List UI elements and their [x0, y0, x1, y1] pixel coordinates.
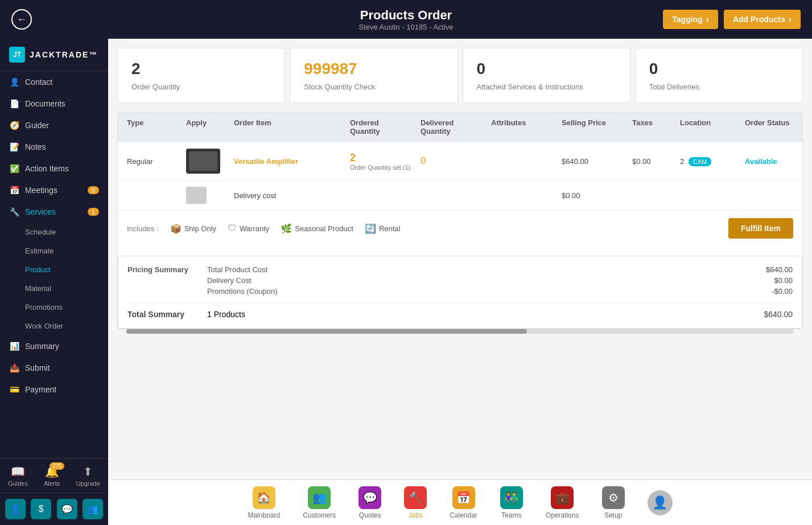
services-badge: 1: [88, 208, 99, 216]
setup-icon: ⚙: [602, 486, 625, 509]
col-attributes: Attributes: [491, 118, 559, 136]
top-header: ← Products Order Steve Austin - 10185 - …: [0, 0, 812, 39]
sidebar-bottom-icons: 👤 $ 💬 👥: [0, 493, 108, 525]
sidebar-item-payment[interactable]: 💳 Payment: [0, 379, 108, 400]
operations-icon: 💼: [551, 486, 574, 509]
sidebar-label-meetings: Meetings: [25, 186, 57, 195]
col-delivered-qty: DeliveredQuantity: [421, 118, 489, 136]
sidebar-label-contact: Contact: [25, 77, 52, 87]
upgrade-tool[interactable]: ⬆ Upgrade: [76, 465, 100, 487]
nav-mainboard[interactable]: 🏠 Mainboard: [248, 486, 280, 519]
chat-icon[interactable]: 💬: [57, 499, 77, 519]
location-qty: 2: [680, 157, 684, 166]
order-table: Type Apply Order Item OrderedQuantity De…: [117, 112, 803, 329]
row-selling-price: $640.00: [562, 157, 630, 166]
nav-setup[interactable]: ⚙ Setup: [602, 486, 625, 519]
alerts-badge: 270: [50, 462, 65, 470]
sidebar-item-schedule[interactable]: Schedule: [0, 223, 108, 241]
guides-icon: 📖: [11, 465, 25, 478]
stat-card-total-deliveries: 0 Total Deliveries: [635, 48, 803, 103]
sidebar-label-submit: Submit: [25, 363, 50, 372]
alerts-tool[interactable]: 🔔 270 Alerts: [44, 465, 60, 487]
tagging-button[interactable]: Tagging ›: [663, 10, 718, 29]
notes-icon: 📝: [9, 142, 19, 151]
sidebar-item-work-order[interactable]: Work Order: [0, 317, 108, 335]
horizontal-scrollbar[interactable]: [126, 329, 794, 334]
sidebar-item-action-items[interactable]: ✅ Action Items: [0, 158, 108, 179]
nav-customers[interactable]: 👥 Customers: [303, 486, 336, 519]
header-actions: Tagging › Add Products ›: [663, 10, 801, 29]
fulfill-item-button[interactable]: Fulfill Item: [728, 218, 793, 239]
product-image: [186, 149, 220, 174]
nav-jobs[interactable]: 🔨 Jobs: [404, 486, 427, 519]
group-icon[interactable]: 👥: [83, 499, 103, 519]
order-qty-label: Order Quantity: [131, 83, 271, 91]
guides-tool[interactable]: 📖 Guides: [8, 465, 28, 487]
stat-card-attached-services: 0 Attached Services & Instructions: [463, 48, 630, 103]
sidebar-item-estimate[interactable]: Estimate: [0, 241, 108, 260]
nav-quotes[interactable]: 💬 Quotes: [358, 486, 381, 519]
dollar-icon[interactable]: $: [31, 499, 51, 519]
col-location: Location: [680, 118, 743, 136]
cam-badge: CAM: [689, 157, 711, 166]
sidebar-item-notes[interactable]: 📝 Notes: [0, 136, 108, 158]
ordered-qty-sub: Order Quantity set (1): [350, 164, 418, 171]
back-button[interactable]: ←: [11, 9, 32, 30]
sidebar-item-contact[interactable]: 👤 Contact: [0, 71, 108, 93]
user-profile-icon[interactable]: 👤: [5, 499, 26, 519]
sidebar-item-documents[interactable]: 📄 Documents: [0, 93, 108, 114]
delivery-price: $0.00: [562, 191, 630, 200]
sidebar-item-services[interactable]: 🔧 Services 1: [0, 201, 108, 223]
submit-icon: 📤: [9, 363, 19, 372]
include-ship-only: 📦 Ship Only: [170, 223, 216, 234]
row-delivered-qty: 0: [421, 156, 489, 166]
nav-operations[interactable]: 💼 Operations: [546, 486, 579, 519]
meetings-badge: 0: [88, 186, 99, 194]
guider-icon: 🧭: [9, 121, 19, 130]
sidebar-item-product[interactable]: Product: [0, 260, 108, 279]
contact-icon: 👤: [9, 77, 19, 87]
user-avatar[interactable]: 👤: [648, 490, 673, 515]
customers-icon: 👥: [308, 486, 331, 509]
mainboard-icon: 🏠: [253, 486, 275, 509]
sidebar-label-documents: Documents: [25, 99, 65, 108]
add-products-button[interactable]: Add Products ›: [724, 10, 801, 29]
row-location: 2 CAM: [680, 157, 743, 166]
ordered-qty-value: 2: [350, 152, 418, 164]
upgrade-icon: ⬆: [83, 465, 93, 478]
include-seasonal-product: 🌿 Seasonal Product: [281, 223, 353, 234]
col-ordered-qty: OrderedQuantity: [350, 118, 418, 136]
sidebar-item-submit[interactable]: 📤 Submit: [0, 357, 108, 379]
total-amount: $640.00: [747, 310, 793, 319]
chevron-icon: ›: [706, 14, 709, 24]
row-status: Available: [745, 157, 812, 166]
logo-text: JACKTRADE™: [30, 50, 98, 59]
sidebar-item-material[interactable]: Material: [0, 279, 108, 298]
sidebar-label-summary: Summary: [25, 342, 59, 351]
nav-calendar[interactable]: 📅 Calendar: [450, 486, 477, 519]
sidebar-label-notes: Notes: [25, 142, 46, 151]
meetings-icon: 📅: [9, 186, 19, 195]
quotes-icon: 💬: [358, 486, 381, 509]
pricing-total-row: Total Summary 1 Products $640.00: [127, 302, 793, 319]
col-taxes: Taxes: [632, 118, 678, 136]
col-order-status: Order Status: [745, 118, 812, 136]
sidebar-label-action-items: Action Items: [25, 164, 69, 173]
product-link[interactable]: Versatile Amplifier: [234, 157, 298, 166]
action-items-icon: ✅: [9, 164, 19, 173]
scroll-wrapper[interactable]: 2 Order Quantity 999987 Stock Quantity C…: [108, 39, 812, 479]
jobs-icon: 🔨: [404, 486, 427, 509]
total-deliveries-label: Total Deliveries: [649, 83, 789, 91]
sidebar-item-summary[interactable]: 📊 Summary: [0, 335, 108, 357]
delivery-row: Delivery cost $0.00: [118, 181, 802, 210]
nav-teams[interactable]: 👫 Teams: [500, 486, 523, 519]
sidebar-logo: JT JACKTRADE™: [0, 39, 108, 71]
sidebar-item-meetings[interactable]: 📅 Meetings 0: [0, 179, 108, 201]
header-title-block: Products Order Steve Austin - 10185 - Ac…: [358, 8, 453, 31]
pricing-item-promotions: Promotions (Coupon) -$0.00: [207, 287, 793, 296]
table-row: Regular Versatile Amplifier 2 Order Quan…: [118, 141, 802, 181]
sidebar-item-guider[interactable]: 🧭 Guider: [0, 114, 108, 136]
row-type: Regular: [127, 157, 184, 166]
sidebar-item-promotions[interactable]: Promotions: [0, 298, 108, 317]
pricing-section-label: Pricing Summary: [127, 265, 207, 298]
